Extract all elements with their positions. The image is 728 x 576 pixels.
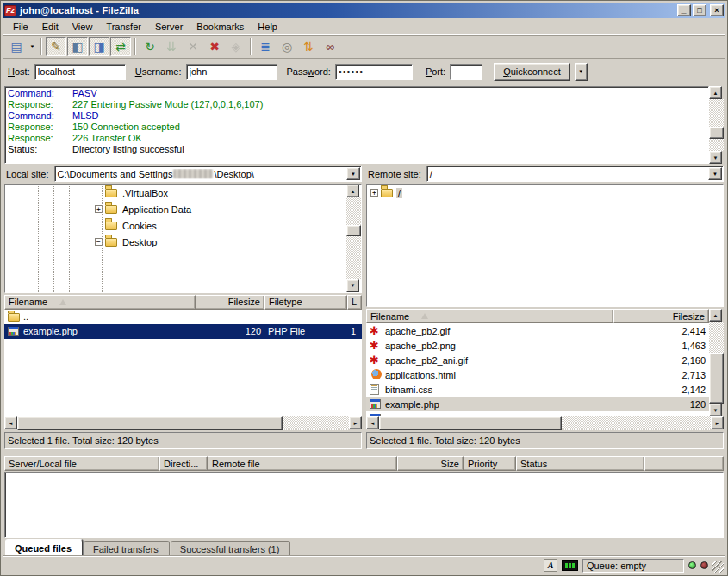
remote-list-header: FilenameFilesize: [366, 309, 709, 323]
scroll-up-icon[interactable]: ▲: [709, 86, 722, 99]
message-log-scroll-thumb[interactable]: [709, 127, 724, 139]
remote-directory-tree[interactable]: +/: [367, 185, 723, 306]
minimize-button[interactable]: _: [677, 4, 691, 16]
remote-list-scroll-track[interactable]: [709, 322, 724, 404]
message-log-scroll-track[interactable]: [709, 99, 724, 151]
scroll-up-icon[interactable]: ▲: [346, 185, 359, 197]
find-files-button[interactable]: ∞: [320, 37, 340, 56]
scroll-up-icon[interactable]: ▲: [709, 309, 722, 322]
maximize-button[interactable]: □: [693, 4, 706, 16]
host-input[interactable]: [34, 64, 126, 80]
scroll-right-icon[interactable]: ►: [349, 416, 362, 429]
remote-list-scroll-thumb-h[interactable]: [379, 416, 562, 430]
toggle-message-log-button[interactable]: ✎: [46, 37, 66, 56]
local-site-combobox[interactable]: C:\Documents and Settings\Desktop\ ▼: [54, 166, 362, 182]
local-tree-scroll-track[interactable]: [346, 197, 361, 279]
column-header-filetype[interactable]: Filetype: [264, 295, 347, 310]
tree-item[interactable]: −Desktop: [5, 234, 346, 250]
local-list-hscrollbar[interactable]: ◄ ►: [4, 416, 362, 430]
column-header-directi[interactable]: Directi...: [159, 456, 208, 471]
toggle-local-treeview-button[interactable]: ◧: [67, 37, 88, 56]
local-file-list[interactable]: ..example.php120PHP File1: [4, 310, 362, 417]
tree-item[interactable]: .VirtualBox: [5, 185, 346, 201]
local-list-scroll-track[interactable]: [17, 416, 349, 430]
menu-edit[interactable]: Edit: [35, 20, 65, 34]
file-row[interactable]: ✱apache_pb2_ani.gif2,160: [366, 353, 709, 367]
menu-help[interactable]: Help: [251, 20, 284, 34]
process-queue-button[interactable]: ⇊: [161, 37, 182, 56]
menu-transfer[interactable]: Transfer: [99, 20, 148, 34]
message-log-vscrollbar[interactable]: ▲ ▼: [709, 86, 724, 164]
remote-list-scroll-track-h[interactable]: [379, 416, 711, 430]
column-header-remotefile[interactable]: Remote file: [208, 456, 397, 471]
speed-limit-icon[interactable]: [562, 560, 578, 571]
column-header-blank[interactable]: [644, 456, 724, 471]
column-header-filename[interactable]: Filename: [366, 309, 613, 323]
quickconnect-button[interactable]: Quickconnect: [494, 63, 570, 81]
scroll-down-icon[interactable]: ▼: [709, 404, 722, 416]
refresh-button[interactable]: ↻: [140, 37, 160, 56]
reconnect-button[interactable]: ◈: [226, 37, 246, 56]
scroll-right-icon[interactable]: ►: [711, 416, 724, 429]
tab-successful-transfers-[interactable]: Successful transfers (1): [171, 541, 291, 556]
scroll-down-icon[interactable]: ▼: [709, 151, 722, 164]
column-header-priority[interactable]: Priority: [464, 456, 516, 471]
combo-dropdown-icon[interactable]: ▼: [708, 167, 722, 180]
column-header-filesize[interactable]: Filesize: [613, 309, 709, 323]
close-button[interactable]: ×: [710, 4, 724, 16]
file-row[interactable]: ..: [4, 310, 362, 324]
menu-file[interactable]: File: [6, 20, 35, 34]
column-header-filename[interactable]: Filename: [4, 295, 196, 310]
menu-view[interactable]: View: [65, 20, 100, 34]
local-tree-scroll-thumb[interactable]: [346, 225, 361, 236]
local-list-scroll-thumb[interactable]: [17, 416, 283, 430]
tab-failed-transfers[interactable]: Failed transfers: [84, 541, 170, 556]
column-header-size[interactable]: Size: [397, 456, 464, 471]
scroll-left-icon[interactable]: ◄: [4, 416, 17, 429]
toggle-remote-treeview-button[interactable]: ◨: [89, 37, 109, 56]
port-input[interactable]: [450, 64, 482, 80]
site-manager-dropdown-icon[interactable]: ▼: [28, 37, 37, 56]
toggle-queue-button[interactable]: ⇄: [110, 37, 131, 56]
synchronized-browsing-button[interactable]: ⇅: [298, 37, 319, 56]
column-header-status[interactable]: Status: [516, 456, 644, 471]
file-row[interactable]: ✱apache_pb2.gif2,414: [366, 323, 709, 338]
quickconnect-dropdown-button[interactable]: ▼: [575, 63, 588, 81]
column-header-serverlocalfile[interactable]: Server/Local file: [4, 456, 159, 471]
resize-grip[interactable]: [712, 561, 724, 573]
tab-queued-files[interactable]: Queued files: [5, 539, 83, 556]
remote-list-scroll-thumb[interactable]: [709, 353, 724, 404]
combo-dropdown-icon[interactable]: ▼: [346, 167, 360, 180]
column-header-filesize[interactable]: Filesize: [196, 295, 264, 310]
queue-body[interactable]: [4, 472, 724, 538]
expand-icon[interactable]: +: [370, 189, 378, 197]
column-header-l[interactable]: L: [347, 295, 362, 310]
pane-splitter[interactable]: [3, 449, 725, 456]
menu-server[interactable]: Server: [148, 20, 190, 34]
file-row[interactable]: example.php120PHP File1: [4, 324, 362, 339]
disconnect-button[interactable]: ✖: [204, 37, 225, 56]
file-row[interactable]: ✱apache_pb2.png1,463: [366, 338, 709, 353]
cancel-operation-button[interactable]: ✕: [183, 37, 203, 56]
menu-bookmarks[interactable]: Bookmarks: [190, 20, 251, 34]
tree-item[interactable]: +/: [367, 185, 723, 201]
remote-list-hscrollbar[interactable]: ◄ ►: [366, 416, 724, 430]
remote-site-combobox[interactable]: / ▼: [426, 166, 724, 182]
remote-list-vscrollbar[interactable]: ▲ ▼: [709, 309, 724, 416]
local-tree-vscrollbar[interactable]: ▲ ▼: [346, 185, 361, 292]
file-row[interactable]: example.php120: [366, 397, 709, 411]
local-directory-tree[interactable]: .VirtualBox+Application DataCookies−Desk…: [5, 185, 346, 292]
apache-file-icon: ✱: [370, 325, 383, 336]
tree-item[interactable]: +Application Data: [5, 201, 346, 217]
file-row[interactable]: bitnami.css2,142: [366, 382, 709, 397]
site-manager-button[interactable]: ▤: [6, 37, 27, 56]
tree-item[interactable]: Cookies: [5, 217, 346, 234]
file-row[interactable]: applications.html2,713: [366, 367, 709, 382]
username-input[interactable]: [186, 64, 277, 80]
directory-comparison-button[interactable]: ◎: [277, 37, 297, 56]
remote-file-list[interactable]: ✱apache_pb2.gif2,414✱apache_pb2.png1,463…: [366, 323, 709, 416]
password-input[interactable]: [335, 64, 413, 80]
filter-button[interactable]: ≣: [255, 37, 276, 56]
scroll-left-icon[interactable]: ◄: [366, 416, 379, 429]
scroll-down-icon[interactable]: ▼: [346, 279, 359, 292]
